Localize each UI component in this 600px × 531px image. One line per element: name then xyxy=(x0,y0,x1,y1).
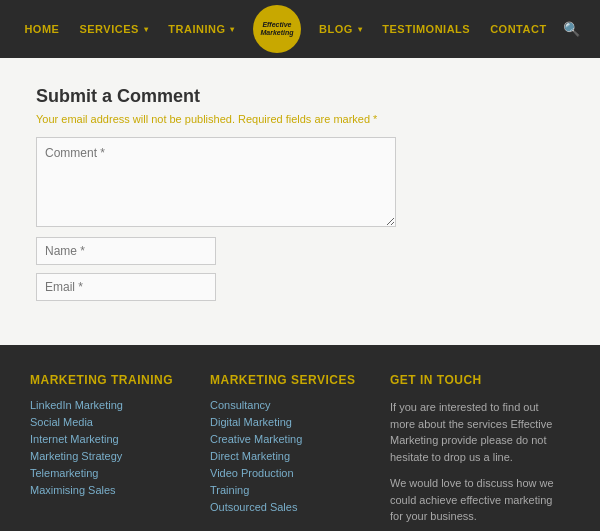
footer-link[interactable]: Direct Marketing xyxy=(210,450,380,462)
footer-link[interactable]: Digital Marketing xyxy=(210,416,380,428)
main-nav: HOME SERVICES▾ TRAINING▾ EffectiveMarket… xyxy=(14,5,585,53)
footer-link[interactable]: Consultancy xyxy=(210,399,380,411)
footer-link[interactable]: Video Production xyxy=(210,467,380,479)
footer-link[interactable]: Internet Marketing xyxy=(30,433,200,445)
footer-col-contact: GET IN TOUCH If you are interested to fi… xyxy=(390,373,570,531)
chevron-down-icon: ▾ xyxy=(358,25,363,34)
header: HOME SERVICES▾ TRAINING▾ EffectiveMarket… xyxy=(0,0,600,58)
footer-contact-title: GET IN TOUCH xyxy=(390,373,560,387)
nav-contact[interactable]: CONTACT xyxy=(480,23,556,35)
nav-services[interactable]: SERVICES▾ xyxy=(69,23,158,35)
chevron-down-icon: ▾ xyxy=(230,25,235,34)
footer-link[interactable]: Creative Marketing xyxy=(210,433,380,445)
footer-contact-text1: If you are interested to find out more a… xyxy=(390,399,560,465)
main-content: Submit a Comment Your email address will… xyxy=(0,58,600,345)
footer-link[interactable]: Social Media xyxy=(30,416,200,428)
footer-training-title: MARKETING TRAINING xyxy=(30,373,200,387)
footer-link[interactable]: Telemarketing xyxy=(30,467,200,479)
footer-link[interactable]: LinkedIn Marketing xyxy=(30,399,200,411)
comment-input[interactable] xyxy=(36,137,396,227)
footer-link[interactable]: Maximising Sales xyxy=(30,484,200,496)
name-input[interactable] xyxy=(36,237,216,265)
search-icon[interactable]: 🔍 xyxy=(557,21,586,37)
form-title: Submit a Comment xyxy=(36,86,564,107)
nav-testimonials[interactable]: TESTIMONIALS xyxy=(372,23,480,35)
footer-contact-text2: We would love to discuss how we could ac… xyxy=(390,475,560,525)
nav-home[interactable]: HOME xyxy=(14,23,69,35)
nav-training[interactable]: TRAINING▾ xyxy=(158,23,245,35)
footer-link[interactable]: Marketing Strategy xyxy=(30,450,200,462)
email-input[interactable] xyxy=(36,273,216,301)
chevron-down-icon: ▾ xyxy=(144,25,149,34)
footer-services-title: MARKETING SERVICES xyxy=(210,373,380,387)
footer-col-training: MARKETING TRAINING LinkedIn Marketing So… xyxy=(30,373,210,531)
footer-col-services: MARKETING SERVICES Consultancy Digital M… xyxy=(210,373,390,531)
logo[interactable]: EffectiveMarketing xyxy=(253,5,301,53)
nav-blog[interactable]: BLOG▾ xyxy=(309,23,372,35)
footer-link[interactable]: Outsourced Sales xyxy=(210,501,380,513)
footer: MARKETING TRAINING LinkedIn Marketing So… xyxy=(0,345,600,531)
form-subtitle: Your email address will not be published… xyxy=(36,113,564,125)
footer-link[interactable]: Training xyxy=(210,484,380,496)
